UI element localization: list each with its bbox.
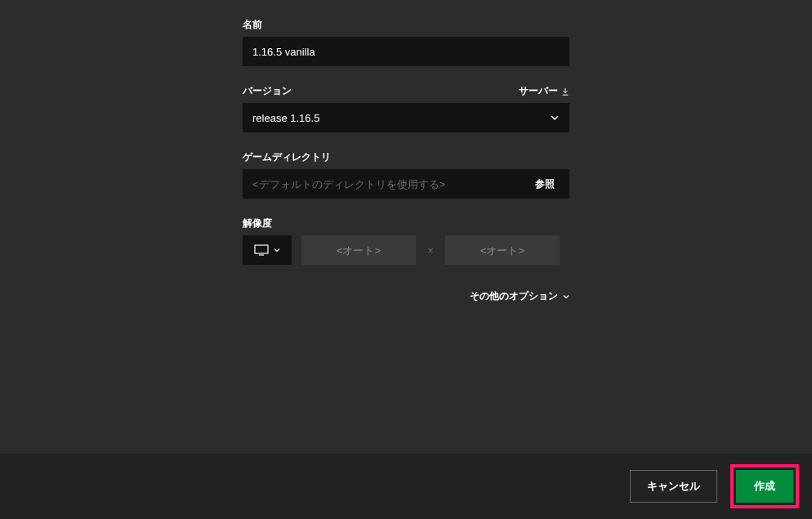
resolution-width-input[interactable] (301, 235, 416, 265)
monitor-icon (254, 244, 269, 256)
directory-label: ゲームディレクトリ (243, 150, 331, 164)
download-icon (561, 87, 569, 96)
name-input[interactable] (243, 37, 569, 66)
server-link-label: サーバー (519, 84, 558, 98)
browse-button[interactable]: 参照 (520, 169, 569, 199)
create-button-highlight: 作成 (730, 464, 799, 508)
name-label: 名前 (243, 18, 262, 32)
footer-bar: キャンセル 作成 (0, 454, 812, 519)
chevron-down-icon (563, 293, 569, 300)
chevron-down-icon (274, 247, 280, 253)
server-download-link[interactable]: サーバー (519, 84, 569, 98)
version-selected-value: release 1.16.5 (252, 112, 319, 124)
monitor-select[interactable] (243, 235, 292, 265)
directory-field-group: ゲームディレクトリ 参照 (243, 150, 569, 199)
svg-rect-0 (255, 245, 268, 253)
version-field-group: バージョン サーバー release 1.16.5 (243, 84, 569, 132)
installation-form: 名前 バージョン サーバー release 1.16.5 ゲームディレクトリ 参… (243, 0, 569, 303)
resolution-separator: × (426, 244, 435, 257)
name-field-group: 名前 (243, 18, 569, 66)
resolution-height-input[interactable] (445, 235, 560, 265)
resolution-label: 解像度 (243, 217, 272, 230)
cancel-button[interactable]: キャンセル (630, 470, 717, 503)
other-options-label: その他のオプション (470, 289, 558, 303)
other-options-toggle[interactable]: その他のオプション (470, 289, 569, 303)
resolution-field-group: 解像度 × (243, 217, 569, 265)
create-button[interactable]: 作成 (736, 470, 793, 503)
directory-input[interactable] (243, 169, 520, 199)
chevron-down-icon (550, 113, 560, 123)
version-label: バージョン (243, 84, 292, 98)
version-select[interactable]: release 1.16.5 (243, 103, 569, 132)
